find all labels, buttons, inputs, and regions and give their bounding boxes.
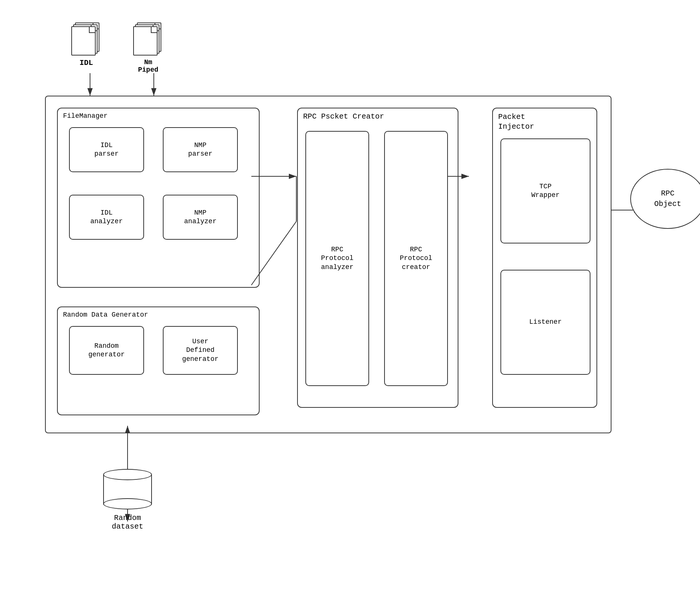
idl-parser-label: IDL parser bbox=[95, 141, 119, 159]
idl-parser-box: IDL parser bbox=[69, 127, 144, 172]
random-dataset-cylinder: Random dataset bbox=[103, 469, 152, 531]
diagram-container: IDL Nm Piped FileManager IDL parser NMP … bbox=[23, 15, 675, 608]
random-data-generator-label: Random Data Generator bbox=[63, 311, 148, 319]
nm-piped-doc: Nm Piped bbox=[133, 23, 163, 74]
nm-piped-doc-label: Nm Piped bbox=[138, 59, 158, 74]
cylinder-top bbox=[103, 469, 152, 480]
tcp-wrapper-box: TCP Wrapper bbox=[500, 138, 590, 243]
file-manager-box: FileManager IDL parser NMP parser IDL an… bbox=[57, 108, 260, 288]
idl-doc-stack bbox=[71, 23, 101, 56]
rpc-protocol-creator-label: RPC Protocol creator bbox=[400, 245, 432, 272]
random-generator-box: Random generator bbox=[69, 326, 144, 375]
file-manager-label: FileManager bbox=[63, 112, 108, 120]
rpc-protocol-creator-box: RPC Protocol creator bbox=[384, 131, 448, 386]
idl-analyzer-label: IDL analyzer bbox=[90, 209, 123, 226]
nm-piped-doc-page-3 bbox=[133, 26, 158, 56]
rpc-object-ellipse: RPC Object bbox=[630, 169, 700, 229]
packet-injector-box: Packet Injector TCP Wrapper Listener bbox=[492, 108, 597, 408]
rpc-protocol-analyzer-label: RPC Protocol analyzer bbox=[321, 245, 353, 272]
cylinder-shape bbox=[103, 469, 152, 505]
nm-piped-doc-stack bbox=[133, 23, 163, 56]
listener-box: Listener bbox=[500, 270, 590, 375]
rpc-packet-creator-label: RPC Pscket Creator bbox=[303, 112, 384, 121]
random-dataset-label: Random dataset bbox=[112, 514, 143, 531]
nmp-parser-label: NMP parser bbox=[188, 141, 213, 159]
random-data-generator-box: Random Data Generator Random generator U… bbox=[57, 306, 260, 415]
nmp-parser-box: NMP parser bbox=[163, 127, 238, 172]
cylinder-bottom bbox=[103, 498, 152, 509]
packet-injector-label: Packet Injector bbox=[498, 112, 534, 132]
nmp-analyzer-label: NMP analyzer bbox=[184, 209, 216, 226]
user-defined-generator-label: User Defined generator bbox=[182, 337, 218, 364]
rpc-object-label: RPC Object bbox=[654, 188, 681, 209]
idl-analyzer-box: IDL analyzer bbox=[69, 195, 144, 240]
main-outer-box: FileManager IDL parser NMP parser IDL an… bbox=[45, 96, 611, 433]
rpc-packet-creator-box: RPC Pscket Creator RPC Protocol analyzer… bbox=[297, 108, 458, 408]
tcp-wrapper-label: TCP Wrapper bbox=[531, 182, 560, 200]
nmp-analyzer-box: NMP analyzer bbox=[163, 195, 238, 240]
idl-doc-label: IDL bbox=[80, 59, 93, 67]
listener-label: Listener bbox=[529, 318, 562, 326]
idl-doc: IDL bbox=[71, 23, 101, 67]
user-defined-generator-box: User Defined generator bbox=[163, 326, 238, 375]
idl-doc-page-3 bbox=[71, 26, 96, 56]
random-generator-label: Random generator bbox=[88, 342, 125, 359]
rpc-protocol-analyzer-box: RPC Protocol analyzer bbox=[305, 131, 369, 386]
